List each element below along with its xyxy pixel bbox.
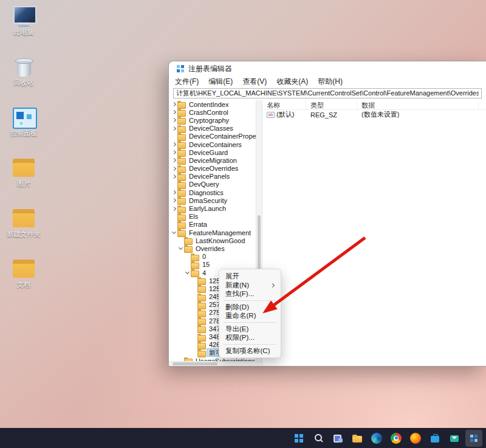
folder-icon [177,141,185,148]
menu-file[interactable]: 文件(F) [175,77,199,87]
tree-item[interactable]: CrashControl [169,108,256,116]
menu-help[interactable]: 帮助(H) [318,77,343,87]
tree-item[interactable]: DeviceOverrides [169,165,256,173]
tree-item[interactable]: DeviceGuard [169,148,256,156]
tree-item[interactable]: DeviceMigration [169,156,256,164]
column-header-type[interactable]: 类型 [306,100,357,109]
desktop-icon-control-panel[interactable]: 控制面板 [4,106,44,143]
tree-item[interactable]: Cryptography [169,116,256,124]
tree-item[interactable]: 15 [169,261,256,269]
mail-icon [449,433,460,444]
tree-item[interactable]: EarlyLaunch [169,204,256,212]
context-menu-item-expand[interactable]: 展开 [219,272,281,281]
desktop-icon-folder-pictures[interactable]: 图片 [4,156,44,194]
tree-horizontal-scrollbar[interactable] [169,361,263,366]
menu-separator [224,322,276,323]
desktop-icon-folder-new[interactable]: 新建文件夹 [4,207,44,244]
tree-item[interactable]: LastKnownGood [169,236,256,244]
menu-view[interactable]: 查看(V) [242,77,267,87]
column-header-data[interactable]: 数据 [357,100,479,109]
tree-item[interactable]: FeatureManagement [169,229,256,236]
value-row[interactable]: ab(默认)REG_SZ(数值未设置) [262,110,486,119]
chevron-down-icon[interactable] [185,270,190,275]
folder-icon [177,109,185,115]
tree-item[interactable]: DevQuery [169,181,256,188]
taskbar-mail-button[interactable] [446,430,463,447]
chevron-right-icon[interactable] [171,174,177,179]
tree-item[interactable]: DmaSecurity [169,196,256,204]
tree-item-label: DeviceContainerPropertyUpda [187,133,256,140]
context-menu-item-copy-key-name[interactable]: 复制项名称(C) [219,346,281,356]
folder-documents-icon [12,257,36,280]
taskbar-chrome-button[interactable] [388,430,405,447]
folder-icon [191,269,199,276]
tree-item-label: CrashControl [187,109,230,116]
tree-item[interactable]: DeviceClasses [169,125,256,133]
regedit-icon [176,64,185,73]
desktop-icon-recycle-bin[interactable]: 回收站 [4,55,44,93]
tree-item[interactable]: DevicePanels [169,173,256,181]
chevron-right-icon[interactable] [171,190,177,195]
tree-item-label: Diagnostics [187,189,225,196]
desktop-icon-folder-documents[interactable]: 文档 [4,257,44,295]
this-pc-icon [12,5,36,28]
menu-favorites[interactable]: 收藏夹(A) [276,77,308,87]
chevron-right-icon[interactable] [171,142,177,147]
taskbar-regedit-button[interactable] [465,430,482,447]
chevron-down-icon[interactable] [178,246,183,251]
tree-item[interactable]: 0 [169,253,256,261]
horizontal-scrollbar-thumb[interactable] [173,362,217,365]
tree-item-label: DeviceMigration [187,157,239,164]
tree-item-label: Cryptography [187,117,231,124]
taskbar-task-view-button[interactable] [329,430,346,447]
value-type: REG_SZ [306,111,357,119]
folder-icon [197,317,205,324]
chevron-right-icon[interactable] [171,206,177,212]
chevron-right-icon[interactable] [171,150,177,155]
taskbar-store-button[interactable] [426,430,443,447]
taskbar-search-button[interactable] [310,430,327,447]
menu-separator [224,344,276,345]
window-titlebar[interactable]: 注册表编辑器 [169,61,486,76]
taskbar-firefox-button[interactable] [407,430,424,447]
column-header-name[interactable]: 名称 [262,100,306,109]
context-menu-item-find[interactable]: 查找(F)... [219,289,281,298]
tree-item[interactable]: DeviceContainerPropertyUpda [169,133,256,140]
chevron-down-icon[interactable] [171,230,177,235]
folder-icon [177,189,185,196]
chevron-right-icon[interactable] [171,102,177,107]
tree-item[interactable]: ContentIndex [169,100,256,108]
chevron-right-icon[interactable] [171,166,177,171]
context-menu-item-permissions[interactable]: 权限(P)... [219,333,281,342]
chevron-right-icon[interactable] [171,117,177,123]
tree-item-label: DeviceGuard [187,149,230,156]
chevron-right-icon[interactable] [171,157,177,163]
tree-item[interactable]: Errata [169,221,256,229]
context-menu-item-rename[interactable]: 重命名(R) [219,311,281,320]
tree-item[interactable]: Overrides [169,244,256,252]
chevron-right-icon[interactable] [171,198,177,203]
chevron-spacer [191,342,197,348]
taskbar-edge-button[interactable] [368,430,385,447]
context-menu-item-delete[interactable]: 删除(D) [219,303,281,312]
tree-item-label: Errata [187,221,209,228]
chevron-spacer [171,134,177,139]
chevron-right-icon[interactable] [171,126,177,131]
taskbar-file-explorer-button[interactable] [349,430,366,447]
tree-item[interactable]: Diagnostics [169,188,256,196]
desktop-icon-this-pc[interactable]: 此电脑 [4,5,44,43]
chevron-right-icon[interactable] [171,109,177,115]
chevron-spacer [185,262,190,267]
taskbar-start-button[interactable] [290,430,307,447]
regedit-icon [468,433,479,444]
address-input[interactable] [173,88,482,98]
menu-edit[interactable]: 编辑(E) [208,77,233,87]
tree-item[interactable]: DeviceContainers [169,140,256,148]
context-menu-item-export[interactable]: 导出(E) [219,325,281,334]
menu-separator [224,300,276,301]
desktop-icon-label: 文档 [17,281,30,288]
context-menu-item-new[interactable]: 新建(N) [219,281,281,290]
desktop-icon-label: 此电脑 [14,29,34,36]
tree-item-label: EarlyLaunch [187,205,228,212]
tree-item[interactable]: Els [169,213,256,221]
